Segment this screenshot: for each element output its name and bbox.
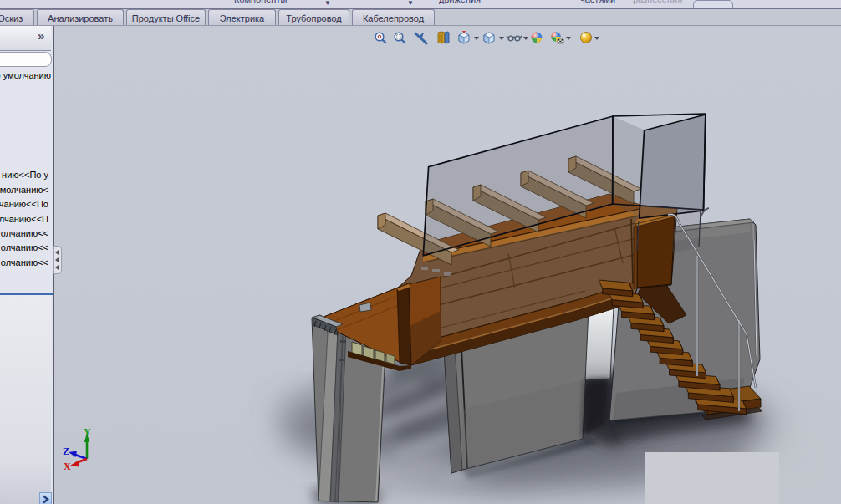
- svg-text:Y: Y: [84, 426, 91, 438]
- svg-text:Z: Z: [63, 445, 69, 457]
- svg-text:X: X: [64, 461, 71, 472]
